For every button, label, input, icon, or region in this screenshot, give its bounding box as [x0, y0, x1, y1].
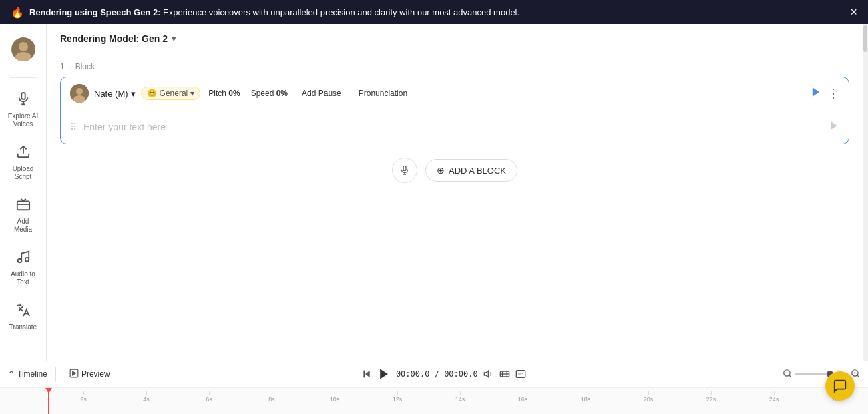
- sidebar: Explore AI Voices Upload Script Add Me: [0, 24, 47, 361]
- sidebar-item-translate[interactable]: Translate: [4, 297, 43, 337]
- ruler-mark: 14s: [429, 391, 491, 403]
- play-pause-button[interactable]: [377, 367, 391, 381]
- general-emoji: 😊: [147, 89, 157, 98]
- block-type: Block: [75, 62, 95, 71]
- ruler-mark: 16s: [491, 391, 554, 403]
- preview-label-text: Preview: [81, 369, 110, 379]
- speed-label: Speed: [251, 89, 274, 98]
- svg-point-12: [76, 88, 83, 95]
- text-placeholder[interactable]: Enter your text here: [83, 122, 822, 132]
- sidebar-item-label: Explore AI Voices: [8, 112, 39, 128]
- pitch-label: Pitch: [208, 89, 226, 98]
- voice-name: Nate (M): [94, 89, 128, 99]
- sidebar-item-label: Audio to Text: [8, 270, 39, 286]
- timeline-toggle[interactable]: ⌃ Timeline: [8, 369, 47, 379]
- chevron-down-icon: ▾: [172, 34, 176, 43]
- skip-back-button[interactable]: [361, 369, 372, 379]
- sidebar-item-add-media[interactable]: Add Media: [4, 192, 43, 239]
- svg-marker-20: [73, 371, 76, 375]
- general-badge[interactable]: 😊 General ▾: [141, 87, 201, 100]
- ruler-mark: 12s: [366, 391, 429, 403]
- scrollbar-thumb[interactable]: [863, 25, 867, 52]
- pitch-button[interactable]: Pitch 0%: [206, 87, 242, 99]
- plus-icon: ⊕: [437, 165, 445, 176]
- preview-tab[interactable]: Preview: [69, 369, 110, 380]
- captions-button[interactable]: [515, 369, 526, 379]
- film-button[interactable]: [499, 369, 510, 379]
- sidebar-avatar[interactable]: [4, 32, 43, 69]
- svg-marker-24: [484, 371, 488, 377]
- chevron-down-icon: ▾: [190, 89, 194, 98]
- timeline-ruler: 2s4s6s8s10s12s14s16s18s20s22s24s26s: [0, 388, 868, 414]
- chevron-down-icon: ▾: [131, 89, 136, 99]
- script-area: 1 - Block Nate (M) ▾: [47, 51, 863, 361]
- scrollbar[interactable]: [863, 24, 868, 361]
- ruler-mark: 4s: [115, 391, 178, 403]
- timeline-controls: ⌃ Timeline Preview: [0, 361, 868, 388]
- notification-banner: 🔥 Rendering using Speech Gen 2: Experien…: [0, 0, 868, 24]
- volume-button[interactable]: [483, 369, 494, 379]
- block-dash: -: [69, 62, 71, 71]
- svg-rect-29: [516, 371, 525, 378]
- block-toolbar-right: ⋮: [810, 86, 839, 101]
- sidebar-item-label: Upload Script: [8, 165, 39, 181]
- svg-line-36: [857, 375, 859, 377]
- svg-point-10: [25, 258, 29, 262]
- svg-point-9: [17, 259, 21, 263]
- bottom-bar: ⌃ Timeline Preview: [0, 361, 868, 414]
- user-avatar: [11, 37, 35, 61]
- sidebar-item-label: Add Media: [8, 218, 39, 234]
- content-area: Rendering Model: Gen 2 ▾ 1 - Block: [47, 24, 863, 361]
- chat-support-button[interactable]: [825, 371, 855, 401]
- svg-marker-14: [813, 87, 820, 97]
- add-block-button[interactable]: ⊕ ADD A BLOCK: [425, 159, 517, 182]
- more-options-button[interactable]: ⋮: [827, 87, 839, 99]
- zoom-out-button[interactable]: [783, 369, 792, 380]
- chevron-up-icon: ⌃: [8, 369, 15, 379]
- banner-close-button[interactable]: ×: [850, 5, 857, 19]
- sidebar-item-explore-ai-voices[interactable]: Explore AI Voices: [4, 86, 43, 134]
- time-display: 00:00.0 / 00:00.0: [396, 369, 478, 379]
- ruler-mark: 18s: [554, 391, 617, 403]
- sidebar-item-upload-script[interactable]: Upload Script: [4, 139, 43, 186]
- voice-selector-button[interactable]: Nate (M) ▾: [94, 89, 136, 99]
- transport-controls: 00:00.0 / 00:00.0: [361, 367, 526, 381]
- general-label: General: [160, 89, 188, 98]
- play-block-button[interactable]: [810, 86, 822, 101]
- pitch-value: 0%: [228, 89, 240, 98]
- ruler-mark: 10s: [303, 391, 366, 403]
- speed-button[interactable]: Speed 0%: [248, 87, 290, 99]
- ruler-mark: 20s: [617, 391, 680, 403]
- svg-point-1: [19, 42, 28, 51]
- sidebar-item-audio-to-text[interactable]: Audio to Text: [4, 244, 43, 292]
- mic-record-button[interactable]: [392, 158, 417, 183]
- banner-text: Rendering using Speech Gen 2: Experience…: [29, 7, 519, 17]
- sidebar-divider: [10, 77, 37, 78]
- total-time: 00:00.0: [444, 369, 478, 379]
- translate-icon: [16, 302, 31, 321]
- ruler-mark: 8s: [240, 391, 303, 403]
- pronunciation-button[interactable]: Pronunciation: [353, 87, 413, 100]
- model-selector-button[interactable]: Rendering Model: Gen 2 ▾: [60, 33, 176, 44]
- current-time: 00:00.0: [396, 369, 430, 379]
- svg-marker-23: [380, 369, 388, 379]
- add-block-area: ⊕ ADD A BLOCK: [60, 144, 849, 196]
- svg-rect-16: [403, 166, 406, 170]
- add-pause-button[interactable]: Add Pause: [296, 87, 347, 100]
- content-header: Rendering Model: Gen 2 ▾: [47, 24, 863, 51]
- audio-text-icon: [16, 250, 31, 268]
- svg-rect-7: [17, 201, 29, 210]
- svg-marker-15: [831, 122, 837, 130]
- ruler-mark: 22s: [680, 391, 742, 403]
- upload-icon: [16, 144, 31, 162]
- banner-bold-text: Rendering using Speech Gen 2:: [29, 7, 160, 17]
- ruler-marks: 2s4s6s8s10s12s14s16s18s20s22s24s26s: [0, 391, 868, 403]
- divider: [55, 367, 56, 381]
- speed-value: 0%: [276, 89, 288, 98]
- ruler-mark: 2s: [52, 391, 115, 403]
- drag-handle-icon[interactable]: ⠿: [70, 122, 77, 132]
- svg-line-33: [789, 375, 791, 377]
- block-text-area: ⠿ Enter your text here: [61, 110, 849, 144]
- play-inline-button[interactable]: [829, 120, 839, 134]
- block-label: 1 - Block: [60, 62, 849, 71]
